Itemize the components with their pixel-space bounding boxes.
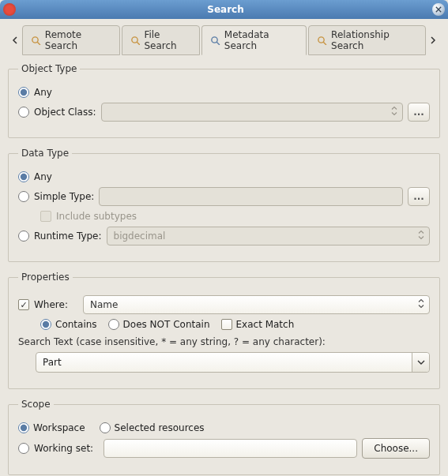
- updown-icon: [391, 107, 397, 118]
- tab-file-search[interactable]: File Search: [122, 25, 200, 55]
- exact-match-label[interactable]: Exact Match: [236, 319, 295, 330]
- tab-label: File Search: [144, 29, 191, 51]
- app-icon: [3, 3, 16, 16]
- data-type-runtime-radio[interactable]: [18, 231, 29, 242]
- tab-relationship-search[interactable]: Relationship Search: [308, 25, 426, 55]
- where-checkbox[interactable]: [18, 299, 29, 310]
- search-text-hint: Search Text (case insensitive, * = any s…: [18, 336, 430, 347]
- scope-group: Scope Workspace Selected resources Worki…: [8, 399, 440, 475]
- object-type-group: Object Type Any Object Class: ...: [8, 63, 440, 138]
- object-type-class-radio[interactable]: [18, 107, 29, 118]
- object-type-any-radio[interactable]: [18, 87, 29, 98]
- data-type-any-label[interactable]: Any: [34, 171, 52, 182]
- data-type-simple-label[interactable]: Simple Type:: [34, 191, 94, 202]
- scope-workspace-label[interactable]: Workspace: [33, 422, 85, 433]
- scope-selected-label[interactable]: Selected resources: [115, 422, 205, 433]
- search-text-dropdown[interactable]: Part: [36, 352, 430, 373]
- window-title: Search: [19, 4, 432, 15]
- svg-point-0: [32, 36, 38, 42]
- dropdown-toggle[interactable]: [412, 353, 429, 372]
- tab-label: Remote Search: [45, 29, 111, 51]
- scope-working-set-radio[interactable]: [18, 443, 29, 454]
- svg-point-3: [318, 36, 324, 42]
- chevron-down-icon: [417, 360, 425, 365]
- data-type-runtime-label[interactable]: Runtime Type:: [34, 231, 102, 242]
- object-class-combo[interactable]: [101, 103, 403, 122]
- properties-group: Properties Where: Name Contains Does NOT…: [8, 272, 440, 389]
- include-subtypes-checkbox: [40, 211, 51, 222]
- object-type-any-label[interactable]: Any: [34, 87, 52, 98]
- runtime-type-combo[interactable]: bigdecimal: [107, 227, 430, 245]
- scope-selected-radio[interactable]: [100, 422, 111, 433]
- simple-type-field[interactable]: [99, 187, 403, 206]
- svg-point-1: [131, 36, 137, 42]
- tab-scroll-left[interactable]: [8, 31, 22, 50]
- runtime-type-value: bigdecimal: [114, 231, 166, 242]
- simple-type-browse-button[interactable]: ...: [408, 187, 430, 206]
- data-type-group: Data Type Any Simple Type: ... Include s…: [8, 148, 440, 262]
- tab-label: Relationship Search: [331, 29, 417, 51]
- tabs: Remote Search File Search Metadata Searc…: [22, 25, 426, 55]
- search-icon: [130, 35, 141, 46]
- tab-scroll-right[interactable]: [426, 31, 440, 50]
- close-button[interactable]: [432, 3, 445, 16]
- exact-match-checkbox[interactable]: [221, 319, 232, 330]
- contains-radio[interactable]: [40, 319, 51, 330]
- does-not-contain-label[interactable]: Does NOT Contain: [123, 319, 210, 330]
- working-set-field[interactable]: [104, 439, 357, 458]
- updown-icon: [418, 231, 424, 242]
- scope-working-set-label[interactable]: Working set:: [34, 443, 99, 454]
- scope-workspace-radio[interactable]: [18, 422, 29, 433]
- scope-legend: Scope: [18, 399, 54, 410]
- search-text-value: Part: [43, 357, 423, 368]
- include-subtypes-label: Include subtypes: [56, 211, 137, 222]
- object-type-class-label[interactable]: Object Class:: [34, 107, 96, 118]
- search-icon: [317, 35, 327, 46]
- chevron-left-icon: [11, 36, 19, 44]
- tabbar: Remote Search File Search Metadata Searc…: [8, 25, 440, 55]
- dialog-content: Remote Search File Search Metadata Searc…: [0, 19, 448, 476]
- properties-legend: Properties: [18, 272, 73, 283]
- object-type-legend: Object Type: [18, 63, 80, 74]
- contains-label[interactable]: Contains: [55, 319, 97, 330]
- data-type-simple-radio[interactable]: [18, 191, 29, 202]
- search-icon: [210, 35, 220, 46]
- data-type-any-radio[interactable]: [18, 171, 29, 182]
- svg-point-2: [212, 36, 217, 42]
- updown-icon: [418, 299, 424, 311]
- tab-label: Metadata Search: [224, 29, 298, 51]
- tab-remote-search[interactable]: Remote Search: [22, 25, 120, 55]
- where-label[interactable]: Where:: [34, 299, 78, 310]
- choose-button[interactable]: Choose...: [362, 438, 430, 459]
- chevron-right-icon: [429, 36, 437, 44]
- search-icon: [31, 35, 41, 46]
- titlebar: Search: [0, 0, 448, 19]
- close-icon: [435, 6, 442, 13]
- object-class-browse-button[interactable]: ...: [408, 103, 430, 122]
- where-value: Name: [90, 299, 118, 310]
- where-combo[interactable]: Name: [83, 295, 430, 314]
- tab-metadata-search[interactable]: Metadata Search: [201, 25, 307, 55]
- does-not-contain-radio[interactable]: [108, 319, 119, 330]
- data-type-legend: Data Type: [18, 148, 72, 159]
